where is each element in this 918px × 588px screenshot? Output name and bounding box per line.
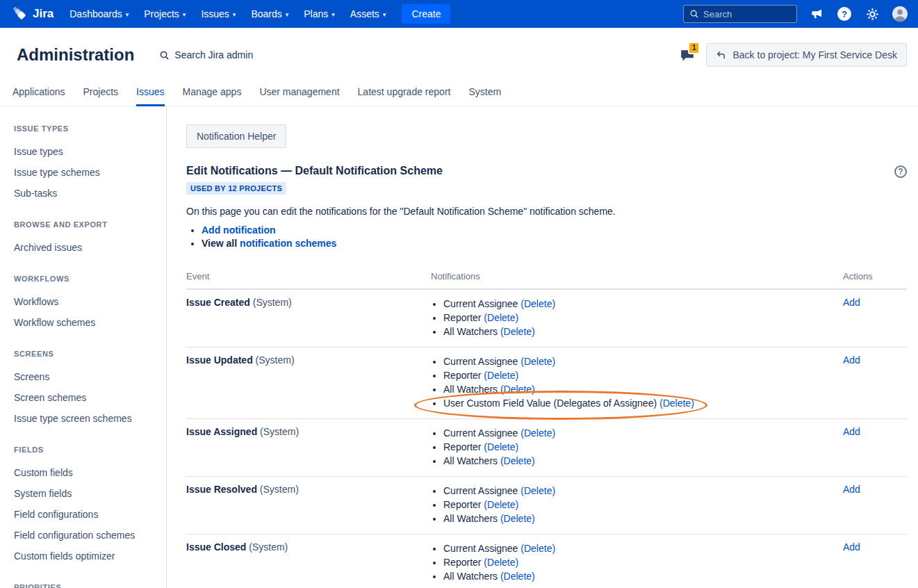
- event-cell: Issue Resolved (System): [186, 484, 431, 525]
- admin-header: Administration 1 Back to project: My Fir…: [0, 28, 918, 67]
- create-button[interactable]: Create: [402, 4, 450, 24]
- sidebar-item-screens[interactable]: Screens: [14, 366, 158, 387]
- search-icon: [689, 9, 699, 19]
- sidebar-item-field-configurations[interactable]: Field configurations: [14, 504, 158, 525]
- avatar-icon: [892, 6, 908, 22]
- sidebar-item-issue-types[interactable]: Issue types: [14, 141, 158, 162]
- feedback-button[interactable]: [808, 6, 825, 22]
- add-notification-link[interactable]: Add notification: [202, 224, 276, 236]
- event-name: Issue Created: [186, 297, 250, 308]
- notification-item: Current Assignee (Delete): [443, 541, 843, 555]
- help-icon[interactable]: ?: [894, 165, 907, 178]
- jira-logo-icon: [13, 6, 28, 22]
- nav-assets[interactable]: Assets▾: [343, 0, 394, 28]
- sidebar-item-field-configuration-schemes[interactable]: Field configuration schemes: [14, 525, 158, 546]
- event-name: Issue Resolved: [186, 484, 257, 495]
- event-cell: Issue Created (System): [186, 297, 431, 338]
- delete-link[interactable]: (Delete): [481, 441, 518, 452]
- table-row: Issue Closed (System)Current Assignee (D…: [186, 534, 907, 588]
- nav-plans[interactable]: Plans▾: [296, 0, 343, 28]
- table-row: Issue Created (System)Current Assignee (…: [186, 290, 907, 348]
- notification-schemes-link[interactable]: notification schemes: [240, 238, 336, 249]
- top-navbar: Jira Dashboards▾Projects▾Issues▾Boards▾P…: [0, 0, 918, 28]
- delete-link[interactable]: (Delete): [481, 312, 518, 323]
- sidebar-item-issue-type-screen-schemes[interactable]: Issue type screen schemes: [14, 408, 158, 429]
- tab-applications[interactable]: Applications: [13, 81, 65, 106]
- navbar-search-input[interactable]: [703, 9, 791, 19]
- delete-link[interactable]: (Delete): [481, 499, 518, 510]
- delete-link[interactable]: (Delete): [518, 356, 555, 367]
- tab-user-management[interactable]: User management: [259, 81, 339, 106]
- event-suffix: (System): [260, 426, 299, 437]
- add-link[interactable]: Add: [843, 426, 860, 437]
- delete-link[interactable]: (Delete): [481, 370, 518, 381]
- search-icon: [159, 50, 170, 60]
- admin-search[interactable]: [159, 49, 279, 60]
- add-link[interactable]: Add: [843, 354, 860, 366]
- nav-dashboards[interactable]: Dashboards▾: [62, 0, 136, 28]
- actions-column-header: Actions: [843, 271, 907, 281]
- sidebar-item-screen-schemes[interactable]: Screen schemes: [14, 387, 158, 408]
- tab-system[interactable]: System: [468, 81, 501, 106]
- event-cell: Issue Updated (System): [186, 354, 431, 410]
- scheme-links: Add notification View allnotification sc…: [202, 224, 907, 250]
- notification-item: Reporter (Delete): [443, 498, 843, 512]
- notification-item: All Watchers (Delete): [443, 454, 843, 468]
- notification-name: Current Assignee: [443, 298, 518, 309]
- nav-projects[interactable]: Projects▾: [136, 0, 193, 28]
- delete-link[interactable]: (Delete): [657, 398, 694, 409]
- nav-item-label: Projects: [144, 8, 179, 19]
- notifications-button[interactable]: 1: [680, 47, 696, 63]
- main-nav: Dashboards▾Projects▾Issues▾Boards▾Plans▾…: [62, 0, 393, 28]
- user-avatar[interactable]: [892, 6, 908, 22]
- add-link[interactable]: Add: [843, 484, 860, 495]
- sidebar-item-issue-type-schemes[interactable]: Issue type schemes: [14, 162, 158, 183]
- sidebar-item-archived-issues[interactable]: Archived issues: [14, 237, 158, 258]
- actions-cell: Add: [843, 541, 907, 583]
- admin-search-input[interactable]: [174, 49, 279, 60]
- notification-helper-button[interactable]: Notification Helper: [186, 124, 286, 148]
- delete-link[interactable]: (Delete): [518, 543, 555, 554]
- back-to-project-button[interactable]: Back to project: My First Service Desk: [706, 43, 907, 67]
- sidebar-item-sub-tasks[interactable]: Sub-tasks: [14, 183, 158, 204]
- jira-logo[interactable]: Jira: [10, 6, 62, 22]
- tab-latest-upgrade-report[interactable]: Latest upgrade report: [358, 81, 451, 106]
- navbar-search[interactable]: [683, 5, 797, 23]
- tab-issues[interactable]: Issues: [136, 81, 164, 106]
- delete-link[interactable]: (Delete): [498, 513, 535, 524]
- delete-link[interactable]: (Delete): [518, 485, 555, 496]
- notification-item: Reporter (Delete): [443, 440, 843, 454]
- page-title: Administration: [17, 45, 134, 65]
- event-suffix: (System): [256, 354, 295, 366]
- delete-link[interactable]: (Delete): [481, 557, 518, 568]
- admin-header-right: 1 Back to project: My First Service Desk: [680, 43, 907, 67]
- delete-link[interactable]: (Delete): [498, 455, 535, 466]
- delete-link[interactable]: (Delete): [498, 384, 535, 395]
- add-link[interactable]: Add: [843, 541, 860, 553]
- view-all-prefix: View all: [202, 238, 237, 249]
- notification-list: Current Assignee (Delete)Reporter (Delet…: [443, 541, 843, 583]
- notification-name: All Watchers: [443, 513, 498, 524]
- delete-link[interactable]: (Delete): [498, 571, 535, 582]
- used-by-badge[interactable]: USED BY 12 PROJECTS: [186, 182, 286, 195]
- event-cell: Issue Assigned (System): [186, 426, 431, 468]
- delete-link[interactable]: (Delete): [518, 298, 555, 309]
- add-link[interactable]: Add: [843, 297, 860, 308]
- sidebar-item-workflows[interactable]: Workflows: [14, 291, 158, 312]
- nav-issues[interactable]: Issues▾: [193, 0, 243, 28]
- help-button[interactable]: ?: [836, 6, 853, 22]
- actions-cell: Add: [843, 354, 907, 410]
- delete-link[interactable]: (Delete): [518, 427, 555, 439]
- sidebar-item-workflow-schemes[interactable]: Workflow schemes: [14, 312, 158, 333]
- nav-boards[interactable]: Boards▾: [243, 0, 296, 28]
- chevron-down-icon: ▾: [383, 11, 386, 18]
- tab-manage-apps[interactable]: Manage apps: [183, 81, 242, 106]
- sidebar-item-custom-fields[interactable]: Custom fields: [14, 462, 158, 483]
- tab-projects[interactable]: Projects: [83, 81, 119, 106]
- delete-link[interactable]: (Delete): [498, 326, 535, 337]
- settings-button[interactable]: [864, 6, 880, 22]
- notifications-table: Event Notifications Actions Issue Create…: [186, 267, 907, 588]
- sidebar-item-custom-fields-optimizer[interactable]: Custom fields optimizer: [14, 546, 158, 566]
- notification-name: Current Assignee: [443, 485, 518, 496]
- sidebar-item-system-fields[interactable]: System fields: [14, 483, 158, 504]
